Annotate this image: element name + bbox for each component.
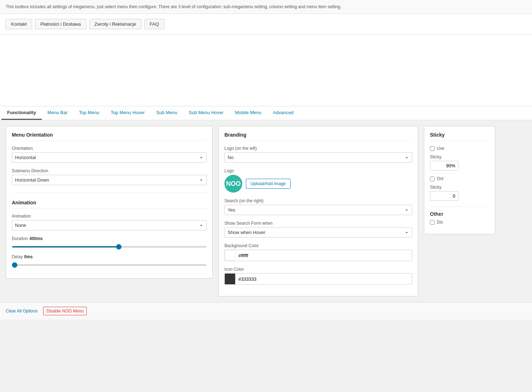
description-text: This toolbox includes all settings of me… [6,4,341,9]
sticky-width-field: Sticky [430,154,489,170]
only-label: Onl [437,176,444,181]
animation-label: Animation [12,214,207,219]
sticky-zero-field: Sticky [430,185,489,201]
tab-menu-bar[interactable]: Menu Bar [42,106,73,120]
right-panel: Sticky Use Sticky Onl Sticky Other Dis [424,126,495,234]
submenu-direction-label: Submenu Direction [12,168,207,173]
search-on-right-label: Search (on the right) [224,198,412,203]
tab-sub-menu[interactable]: Sub Menu [151,106,183,120]
delay-slider-container: Delay 0ms [12,254,207,267]
duration-slider-label: Duration 400ms [12,236,207,241]
logo-field: Logo NOO Upload/Add image [224,168,412,193]
disable-checkbox[interactable] [430,220,435,225]
icon-color-swatch[interactable] [225,274,235,284]
logo-on-left-label: Logo (on the left) [224,146,412,151]
center-panel-title: Branding [224,132,412,141]
disable-row: Dis [430,220,489,225]
orientation-field: Orientation Horizontal Vertical [12,146,207,163]
icon-color-label: Icon Color [224,267,412,272]
delay-value: 0ms [24,254,33,259]
sticky-panel-title: Sticky [430,132,489,141]
bottom-actions: Clear All Options Disable NOO Menu [0,302,532,320]
menu-btn-zwroty[interactable]: Zwroty i Reklamacje [89,19,142,29]
empty-preview-area [0,35,532,106]
tab-functionality[interactable]: Functionality [1,106,42,120]
tab-top-menu[interactable]: Top Menu [73,106,105,120]
disable-label: Dis [437,220,443,225]
logo-on-left-field: Logo (on the left) No Yes [224,146,412,163]
show-search-form-field: Show Search Form when Show when Hover Al… [224,221,412,238]
duration-value: 400ms [29,236,42,241]
animation-field: Animation None Fade Slide [12,214,207,230]
bg-color-field: Background Color [224,243,412,261]
left-panel-title: Menu Orientation [12,132,207,141]
menu-buttons-bar: Kontakt Płatności i Dostawa Zwroty i Rek… [0,14,532,35]
orientation-label: Orientation [12,146,207,151]
icon-color-field-container [224,273,412,285]
tab-advanced[interactable]: Advanced [267,106,299,120]
show-search-form-label: Show Search Form when [224,221,412,226]
orientation-select[interactable]: Horizontal Vertical [12,152,207,163]
use-sticky-row: Use [430,146,489,151]
bg-color-label: Background Color [224,243,412,248]
other-section: Other Dis [430,207,489,225]
bg-color-field-container [224,250,412,261]
center-panel: Branding Logo (on the left) No Yes Logo … [218,126,418,296]
animation-section-title: Animation [12,200,207,209]
duration-range-input[interactable] [12,246,207,248]
logo-area: NOO Upload/Add image [224,175,412,193]
delay-slider-label: Delay 0ms [12,254,207,259]
tab-top-menu-hover[interactable]: Top Menu Hover [105,106,150,120]
show-search-form-select[interactable]: Show when Hover Always Show Never Show [224,227,412,238]
tab-mobile-menu[interactable]: Mobile Menu [229,106,267,120]
animation-select[interactable]: None Fade Slide [12,220,207,230]
only-checkbox[interactable] [430,177,435,181]
disable-noo-menu-link[interactable]: Disable NOO Menu [43,307,87,315]
menu-btn-faq[interactable]: FAQ [145,19,164,29]
icon-color-field: Icon Color [224,267,412,285]
sticky-zero-label: Sticky [430,185,489,190]
logo-on-left-select[interactable]: No Yes [224,152,412,163]
bg-color-input[interactable] [235,251,412,260]
tabs-bar: Functionality Menu Bar Top Menu Top Menu… [0,106,532,120]
menu-btn-kontakt[interactable]: Kontakt [6,19,32,29]
only-row: Onl [430,176,489,181]
sticky-zero-input[interactable] [430,191,458,201]
other-title: Other [430,211,489,217]
search-on-right-field: Search (on the right) Yes No [224,198,412,215]
main-content: Menu Orientation Orientation Horizontal … [0,120,532,302]
logo-label: Logo [224,168,412,173]
submenu-direction-select[interactable]: Horizontal Down Horizontal Up Vertical [12,175,207,185]
search-on-right-select[interactable]: Yes No [224,205,412,215]
duration-slider-container: Duration 400ms [12,236,207,249]
submenu-direction-field: Submenu Direction Horizontal Down Horizo… [12,168,207,185]
sticky-width-label: Sticky [430,154,489,159]
upload-image-button[interactable]: Upload/Add image [246,179,290,189]
left-panel: Menu Orientation Orientation Horizontal … [6,126,213,279]
logo-circle: NOO [224,175,242,193]
use-sticky-checkbox[interactable] [430,146,435,151]
top-description: This toolbox includes all settings of me… [0,0,532,14]
icon-color-input[interactable] [235,275,412,283]
delay-range-input[interactable] [12,264,207,266]
clear-all-options-link[interactable]: Clear All Options [6,309,37,314]
use-sticky-label: Use [437,146,444,151]
sticky-width-input[interactable] [430,161,458,170]
bg-color-swatch[interactable] [225,250,235,261]
menu-btn-platnosci[interactable]: Płatności i Dostawa [35,19,86,29]
tab-sub-menu-hover[interactable]: Sub Menu Hover [183,106,229,120]
